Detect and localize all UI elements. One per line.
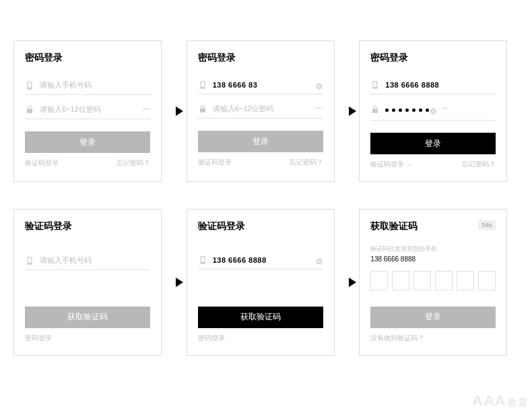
footer-links: 密码登录 (25, 334, 150, 343)
login-button[interactable]: 登录 (370, 307, 496, 328)
password-login-filled-card: 密码登录 138 6666 8888 登录 (359, 40, 507, 182)
phone-input[interactable]: 138 6666 83 (198, 76, 323, 94)
otp-box[interactable] (370, 271, 388, 290)
eye-toggle[interactable] (315, 105, 323, 113)
footer-links: 验证码登录 忘记密码？ (198, 158, 323, 167)
otp-box[interactable] (478, 271, 496, 290)
sms-login-filled-card: 验证码登录 138 6666 8888 获取验证码 密码登录 (187, 209, 335, 356)
otp-entry-card: 获取验证码 验证码已发送至您的手机 138 6666 8888 54s 登录 没… (359, 209, 507, 356)
password-login-typing-card: 密码登录 138 6666 83 请输入6~12位密码 登录 验证码登录 忘记密… (187, 40, 335, 182)
otp-box[interactable] (392, 271, 409, 290)
flow-arrow (173, 209, 187, 356)
eye-toggle[interactable] (142, 106, 150, 114)
sent-hint: 验证码已发送至您的手机 (370, 245, 496, 253)
footer-links: 验证码登录 → 忘记密码？ (370, 160, 496, 169)
phone-icon (198, 255, 207, 265)
password-placeholder: 请输入6~12位密码 (213, 104, 315, 114)
password-placeholder: 请输入6~12位密码 (40, 104, 142, 115)
sms-login-link[interactable]: 验证码登录 (25, 158, 59, 168)
svg-rect-1 (28, 82, 32, 88)
svg-rect-9 (372, 109, 378, 113)
clear-icon[interactable] (315, 81, 323, 89)
card-title: 验证码登录 (25, 220, 150, 232)
password-input[interactable]: 请输入6~12位密码 (25, 100, 150, 119)
phone-placeholder: 请输入手机号码 (40, 255, 150, 265)
svg-rect-4 (201, 82, 204, 87)
input-actions (429, 104, 449, 116)
phone-icon (370, 80, 380, 90)
password-login-empty-card: 密码登录 请输入手机号码 请输入6~12位密码 登录 验证码登录 忘记密码？ (13, 40, 162, 182)
sms-login-link[interactable]: 验证码登录 (198, 158, 232, 167)
phone-icon (25, 256, 34, 265)
svg-rect-8 (374, 82, 377, 87)
eye-toggle[interactable] (441, 104, 449, 116)
get-code-button[interactable]: 获取验证码 (25, 307, 150, 328)
password-login-link[interactable]: 密码登录 (25, 334, 52, 343)
sent-phone: 138 6666 8888 (370, 255, 496, 263)
otp-box[interactable] (457, 271, 474, 290)
phone-input[interactable]: 请输入手机号码 (25, 76, 150, 95)
phone-input[interactable]: 138 6666 8888 (370, 76, 496, 94)
clear-icon[interactable] (429, 106, 437, 114)
footer-links: 验证码登录 忘记密码？ (25, 158, 150, 168)
forgot-password-link[interactable]: 忘记密码？ (117, 158, 150, 168)
flow-arrow (345, 40, 359, 182)
watermark: AAA教育 (472, 392, 528, 410)
card-title: 获取验证码 (370, 220, 496, 232)
phone-value: 138 6666 83 (213, 81, 315, 89)
otp-box[interactable] (413, 271, 431, 290)
not-received-link[interactable]: 没有收到验证码？ (370, 334, 424, 343)
password-login-link[interactable]: 密码登录 (198, 334, 225, 343)
svg-rect-12 (28, 257, 32, 263)
sms-login-empty-card: 验证码登录 请输入手机号码 获取验证码 密码登录 (13, 209, 162, 356)
sms-login-link[interactable]: 验证码登录 → (370, 160, 413, 169)
lock-icon (198, 104, 207, 114)
footer-links: 没有收到验证码？ (370, 334, 496, 343)
svg-rect-6 (200, 108, 205, 112)
phone-value: 138 6666 8888 (213, 256, 315, 264)
phone-icon (25, 81, 34, 90)
clear-icon[interactable] (315, 256, 323, 264)
flow-arrow (345, 209, 359, 356)
login-button[interactable]: 登录 (370, 133, 496, 154)
forgot-password-link[interactable]: 忘记密码？ (462, 160, 496, 169)
password-input[interactable]: 请输入6~12位密码 (198, 100, 323, 119)
flow-arrow (173, 40, 187, 182)
phone-icon (198, 80, 207, 90)
lock-icon (370, 105, 380, 115)
get-code-button[interactable]: 获取验证码 (198, 307, 323, 328)
countdown-badge: 54s (478, 220, 496, 230)
forgot-password-link[interactable]: 忘记密码？ (290, 158, 323, 167)
phone-input[interactable]: 138 6666 8888 (198, 251, 323, 270)
login-button[interactable]: 登录 (25, 131, 150, 153)
otp-box[interactable] (435, 271, 453, 290)
footer-links: 密码登录 (198, 334, 323, 343)
login-button[interactable]: 登录 (198, 131, 323, 152)
phone-input[interactable]: 请输入手机号码 (25, 251, 150, 270)
phone-value: 138 6666 8888 (385, 81, 496, 89)
card-title: 验证码登录 (198, 220, 323, 232)
password-input[interactable] (370, 100, 496, 121)
card-title: 密码登录 (198, 52, 323, 64)
svg-rect-14 (201, 257, 204, 262)
lock-icon (25, 105, 34, 115)
card-title: 密码登录 (370, 52, 496, 64)
card-title: 密码登录 (25, 52, 150, 64)
svg-rect-2 (27, 108, 32, 113)
password-masked (385, 108, 429, 112)
phone-placeholder: 请输入手机号码 (40, 80, 150, 90)
otp-input-row[interactable] (370, 271, 496, 290)
